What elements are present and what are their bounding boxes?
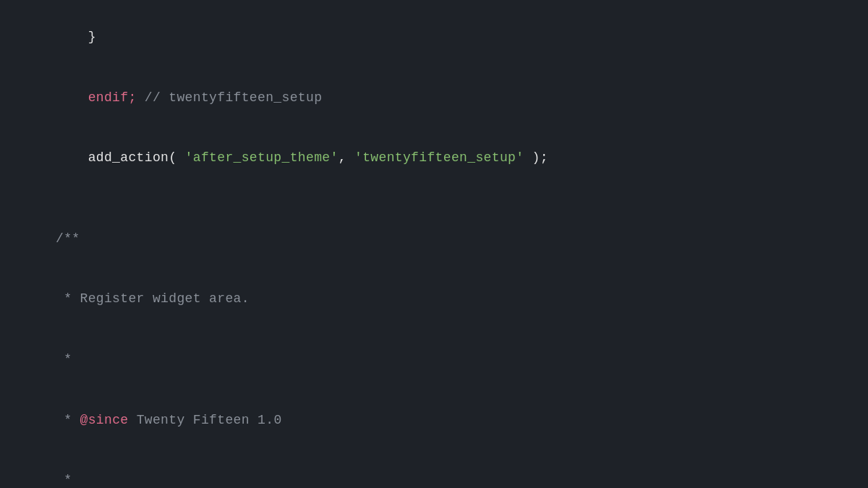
line-endif: endif; // twentyfifteen_setup	[7, 68, 854, 129]
line-closing-brace: }	[7, 7, 854, 68]
line-blank-1	[7, 189, 854, 209]
line-docblock-start: /**	[7, 209, 854, 270]
line-docblock-empty1: *	[7, 330, 854, 390]
code-viewer: } endif; // twentyfifteen_setup add_acti…	[0, 0, 868, 488]
line-add-action: add_action( 'after_setup_theme', 'twenty…	[7, 128, 854, 189]
line-docblock-empty2: *	[7, 451, 854, 488]
line-docblock-since: * @since Twenty Fifteen 1.0	[7, 390, 854, 451]
code-block: } endif; // twentyfifteen_setup add_acti…	[7, 7, 854, 488]
line-docblock-register: * Register widget area.	[7, 270, 854, 330]
